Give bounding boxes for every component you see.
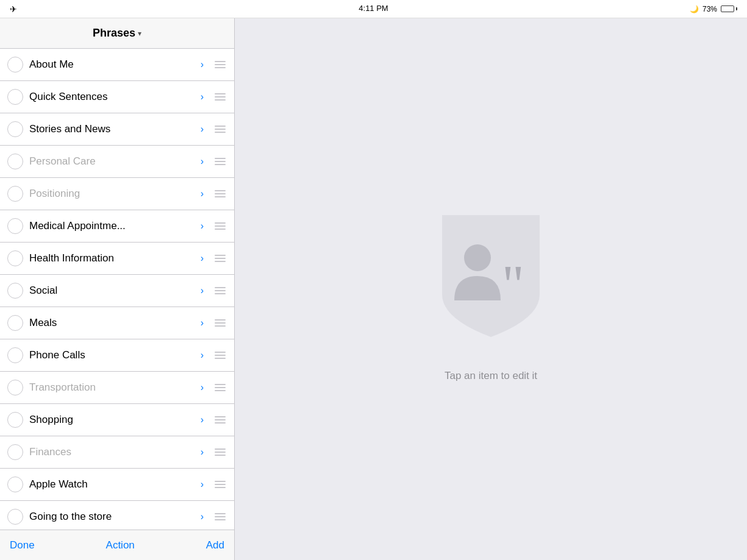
battery-icon — [721, 5, 737, 12]
list-item-meals[interactable]: Meals› — [0, 307, 234, 339]
handle-going-to-the-store[interactable] — [211, 511, 229, 523]
action-button[interactable]: Action — [106, 539, 135, 551]
list-item-shopping[interactable]: Shopping› — [0, 404, 234, 436]
list-item-quick-sentences[interactable]: Quick Sentences› — [0, 81, 234, 113]
add-button[interactable]: Add — [206, 539, 224, 551]
list-item-social[interactable]: Social› — [0, 275, 234, 307]
radio-transportation[interactable] — [7, 380, 23, 395]
label-positioning: Positioning — [29, 188, 201, 200]
moon-icon: 🌙 — [690, 5, 699, 13]
label-stories-and-news: Stories and News — [29, 123, 201, 135]
phrases-list: About Me›Quick Sentences›Stories and New… — [0, 49, 234, 530]
header-dropdown-arrow[interactable]: ▾ — [138, 29, 141, 38]
handle-social[interactable] — [211, 285, 229, 297]
label-finances: Finances — [29, 446, 201, 458]
svg-text:": " — [502, 255, 524, 315]
chevron-positioning[interactable]: › — [201, 188, 204, 199]
list-item-medical-appt[interactable]: Medical Appointme...› — [0, 210, 234, 243]
list-item-personal-care[interactable]: Personal Care› — [0, 146, 234, 178]
label-going-to-the-store: Going to the store — [29, 511, 201, 523]
radio-going-to-the-store[interactable] — [7, 509, 23, 525]
handle-medical-appt[interactable] — [211, 220, 229, 232]
bottom-toolbar: Done Action Add — [0, 530, 234, 560]
handle-transportation[interactable] — [211, 381, 229, 394]
handle-finances[interactable] — [211, 446, 229, 458]
label-apple-watch: Apple Watch — [29, 478, 201, 491]
label-health-info: Health Information — [29, 252, 201, 264]
label-shopping: Shopping — [29, 414, 201, 426]
radio-health-info[interactable] — [7, 250, 23, 266]
list-item-about-me[interactable]: About Me› — [0, 49, 234, 81]
status-time: 4:11 PM — [359, 4, 388, 13]
list-item-finances[interactable]: Finances› — [0, 436, 234, 469]
list-item-positioning[interactable]: Positioning› — [0, 178, 234, 210]
radio-meals[interactable] — [7, 315, 23, 331]
radio-apple-watch[interactable] — [7, 477, 23, 492]
status-left: ✈ — [10, 4, 17, 14]
left-header: Phrases ▾ — [0, 18, 234, 49]
list-item-apple-watch[interactable]: Apple Watch› — [0, 469, 234, 501]
chevron-going-to-the-store[interactable]: › — [201, 511, 204, 522]
handle-health-info[interactable] — [211, 252, 229, 264]
chevron-apple-watch[interactable]: › — [201, 479, 204, 490]
handle-phone-calls[interactable] — [211, 349, 229, 361]
left-panel: Phrases ▾ About Me›Quick Sentences›Stori… — [0, 18, 235, 560]
radio-personal-care[interactable] — [7, 154, 23, 169]
chevron-health-info[interactable]: › — [201, 253, 204, 264]
list-item-transportation[interactable]: Transportation› — [0, 372, 234, 404]
list-item-health-info[interactable]: Health Information› — [0, 243, 234, 275]
phrases-title: Phrases — [93, 27, 135, 40]
chevron-about-me[interactable]: › — [201, 59, 204, 70]
right-panel: " Tap an item to edit it — [235, 18, 747, 560]
airplane-icon: ✈ — [10, 4, 17, 14]
label-phone-calls: Phone Calls — [29, 349, 201, 361]
radio-shopping[interactable] — [7, 412, 23, 428]
chevron-medical-appt[interactable]: › — [201, 221, 204, 232]
done-button[interactable]: Done — [10, 539, 35, 551]
handle-personal-care[interactable] — [211, 155, 229, 168]
label-about-me: About Me — [29, 58, 201, 71]
chevron-social[interactable]: › — [201, 285, 204, 296]
status-right: 🌙 73% — [690, 5, 737, 13]
chevron-stories-and-news[interactable]: › — [201, 124, 204, 135]
label-transportation: Transportation — [29, 381, 201, 394]
handle-positioning[interactable] — [211, 188, 229, 200]
app-container: Phrases ▾ About Me›Quick Sentences›Stori… — [0, 18, 747, 560]
status-bar: ✈ 4:11 PM 🌙 73% — [0, 0, 747, 18]
tap-hint: Tap an item to edit it — [445, 370, 537, 382]
handle-about-me[interactable] — [211, 58, 229, 71]
label-meals: Meals — [29, 317, 201, 329]
illustration: " — [412, 197, 570, 355]
chevron-personal-care[interactable]: › — [201, 156, 204, 167]
list-item-phone-calls[interactable]: Phone Calls› — [0, 339, 234, 372]
handle-meals[interactable] — [211, 317, 229, 329]
radio-phone-calls[interactable] — [7, 347, 23, 363]
radio-quick-sentences[interactable] — [7, 89, 23, 105]
radio-medical-appt[interactable] — [7, 218, 23, 234]
list-item-stories-and-news[interactable]: Stories and News› — [0, 113, 234, 146]
speech-illustration: " — [412, 197, 570, 355]
chevron-meals[interactable]: › — [201, 317, 204, 328]
radio-finances[interactable] — [7, 444, 23, 460]
radio-stories-and-news[interactable] — [7, 121, 23, 137]
battery-percent: 73% — [702, 5, 717, 13]
radio-positioning[interactable] — [7, 186, 23, 202]
radio-social[interactable] — [7, 283, 23, 299]
chevron-finances[interactable]: › — [201, 447, 204, 458]
handle-quick-sentences[interactable] — [211, 91, 229, 103]
handle-stories-and-news[interactable] — [211, 123, 229, 135]
handle-apple-watch[interactable] — [211, 478, 229, 491]
chevron-quick-sentences[interactable]: › — [201, 91, 204, 102]
chevron-shopping[interactable]: › — [201, 414, 204, 425]
label-personal-care: Personal Care — [29, 155, 201, 168]
label-social: Social — [29, 285, 201, 297]
chevron-transportation[interactable]: › — [201, 382, 204, 393]
label-medical-appt: Medical Appointme... — [29, 220, 201, 232]
svg-point-0 — [464, 244, 491, 271]
handle-shopping[interactable] — [211, 414, 229, 426]
radio-about-me[interactable] — [7, 57, 23, 73]
label-quick-sentences: Quick Sentences — [29, 91, 201, 103]
list-item-going-to-the-store[interactable]: Going to the store› — [0, 501, 234, 530]
chevron-phone-calls[interactable]: › — [201, 350, 204, 361]
